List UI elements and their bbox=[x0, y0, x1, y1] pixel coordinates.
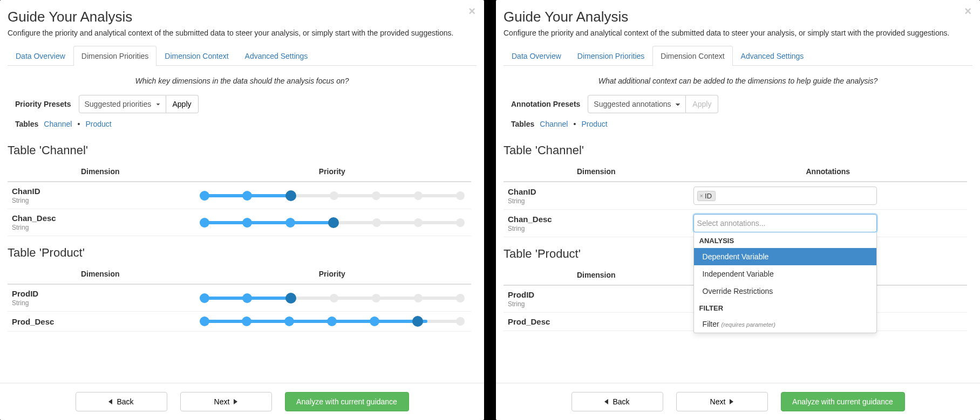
slider-tick[interactable] bbox=[372, 294, 380, 302]
preset-label: Priority Presets bbox=[15, 100, 71, 108]
chevron-left-icon bbox=[108, 399, 112, 404]
slider-tick[interactable] bbox=[200, 191, 209, 201]
dimension-type: String bbox=[508, 225, 685, 232]
slider-tick[interactable] bbox=[242, 191, 252, 201]
back-button[interactable]: Back bbox=[76, 392, 167, 411]
dimension-name: ProdID bbox=[508, 290, 685, 299]
slider-tick[interactable] bbox=[242, 293, 252, 303]
tab-bar: Data Overview Dimension Priorities Dimen… bbox=[503, 46, 972, 66]
priority-slider[interactable] bbox=[198, 293, 467, 304]
chevron-right-icon bbox=[730, 399, 733, 404]
back-button[interactable]: Back bbox=[571, 392, 663, 411]
preset-select[interactable]: Suggested annotations bbox=[588, 95, 686, 113]
table-section-title: Table 'Channel' bbox=[8, 143, 471, 157]
next-button[interactable]: Next bbox=[676, 392, 768, 411]
context-scroll[interactable]: Table 'Channel'DimensionAnnotationsChanI… bbox=[503, 134, 972, 383]
slider-tick[interactable] bbox=[370, 316, 379, 326]
remove-tag-icon[interactable]: × bbox=[700, 192, 703, 199]
dropdown-item-hint: (requires parameter) bbox=[722, 321, 775, 328]
slider-tick[interactable] bbox=[330, 191, 338, 200]
apply-button[interactable]: Apply bbox=[166, 95, 199, 113]
table-link-product[interactable]: Product bbox=[581, 120, 607, 128]
column-header: Priority bbox=[193, 162, 471, 182]
dropdown-item[interactable]: Override Restrictions bbox=[694, 283, 876, 300]
next-button[interactable]: Next bbox=[180, 392, 272, 411]
column-header: Annotations bbox=[689, 162, 967, 182]
table-link-channel[interactable]: Channel bbox=[44, 120, 72, 128]
dimension-name: ChanID bbox=[508, 187, 685, 196]
preset-label: Annotation Presets bbox=[511, 100, 580, 108]
slider-tick[interactable] bbox=[285, 218, 295, 228]
priority-scroll[interactable]: Table 'Channel'DimensionPriorityChanIDSt… bbox=[8, 134, 477, 383]
dimension-name: ChanID bbox=[12, 187, 189, 196]
slider-handle[interactable] bbox=[285, 190, 296, 201]
dropdown-item[interactable]: Dependent Variable bbox=[694, 248, 876, 265]
slider-tick[interactable] bbox=[456, 294, 465, 302]
dimension-type: String bbox=[12, 224, 189, 231]
tab-dimension-context[interactable]: Dimension Context bbox=[156, 46, 236, 66]
slider-tick[interactable] bbox=[456, 191, 465, 200]
table-link-product[interactable]: Product bbox=[85, 120, 111, 128]
slider-tick[interactable] bbox=[327, 316, 337, 326]
slider-tick[interactable] bbox=[200, 218, 209, 228]
slider-tick[interactable] bbox=[372, 218, 381, 227]
panel-context: × Guide Your Analysis Configure the prio… bbox=[496, 0, 980, 420]
analyze-button[interactable]: Analyze with current guidance bbox=[781, 392, 905, 411]
tab-data-overview[interactable]: Data Overview bbox=[8, 46, 73, 66]
table-link-channel[interactable]: Channel bbox=[540, 120, 568, 128]
slider-handle[interactable] bbox=[412, 316, 423, 327]
slider-tick[interactable] bbox=[200, 293, 209, 303]
analyze-button[interactable]: Analyze with current guidance bbox=[285, 392, 409, 411]
annotation-input[interactable]: Select annotations... bbox=[693, 214, 877, 232]
slider-tick[interactable] bbox=[372, 191, 380, 200]
tab-data-overview[interactable]: Data Overview bbox=[503, 46, 569, 66]
dropdown-item[interactable]: Filter (requires parameter) bbox=[694, 315, 876, 333]
slider-tick[interactable] bbox=[242, 316, 251, 326]
priority-slider[interactable] bbox=[198, 217, 467, 228]
table-row: ChanIDString bbox=[8, 182, 471, 209]
preset-select[interactable]: Suggested priorities bbox=[79, 95, 166, 113]
priority-slider[interactable] bbox=[198, 316, 467, 327]
tab-advanced-settings[interactable]: Advanced Settings bbox=[733, 46, 812, 66]
table-row: Prod_Desc bbox=[8, 312, 471, 332]
chevron-left-icon bbox=[604, 399, 608, 404]
slider-tick[interactable] bbox=[414, 294, 423, 302]
tab-dimension-context[interactable]: Dimension Context bbox=[652, 46, 732, 66]
table-section-title: Table 'Channel' bbox=[503, 143, 967, 157]
slider-tick[interactable] bbox=[242, 218, 252, 228]
column-header: Dimension bbox=[503, 162, 689, 182]
page-title: Guide Your Analysis bbox=[8, 9, 477, 25]
page-subtitle: Configure the priority and analytical co… bbox=[503, 29, 972, 37]
table-section-title: Table 'Product' bbox=[8, 246, 471, 260]
annotation-input[interactable]: ×ID bbox=[693, 187, 877, 205]
dimension-type: String bbox=[12, 197, 189, 204]
slider-tick[interactable] bbox=[456, 218, 465, 227]
close-icon[interactable]: × bbox=[468, 5, 475, 17]
slider-tick[interactable] bbox=[284, 316, 294, 326]
apply-button[interactable]: Apply bbox=[686, 95, 718, 113]
dropdown-group-label: ANALYSIS bbox=[694, 232, 876, 248]
slider-handle[interactable] bbox=[328, 217, 339, 228]
dropdown-item[interactable]: Independent Variable bbox=[694, 265, 876, 283]
tab-dimension-priorities[interactable]: Dimension Priorities bbox=[73, 46, 156, 66]
tables-label: Tables bbox=[15, 120, 38, 128]
column-header: Priority bbox=[193, 264, 471, 284]
tab-prompt: What additional context can be added to … bbox=[503, 77, 972, 85]
slider-tick[interactable] bbox=[414, 218, 423, 227]
annotation-dropdown[interactable]: ANALYSISDependent Variable Independent V… bbox=[693, 232, 877, 333]
close-icon[interactable]: × bbox=[964, 5, 971, 17]
tab-dimension-priorities[interactable]: Dimension Priorities bbox=[569, 46, 652, 66]
annotation-tag[interactable]: ×ID bbox=[697, 191, 716, 201]
priority-slider[interactable] bbox=[198, 190, 467, 201]
dimension-type: String bbox=[508, 197, 685, 205]
slider-handle[interactable] bbox=[285, 293, 296, 304]
column-header: Dimension bbox=[503, 265, 689, 285]
tab-advanced-settings[interactable]: Advanced Settings bbox=[237, 46, 316, 66]
slider-tick[interactable] bbox=[414, 191, 423, 200]
table-row: Chan_DescString bbox=[8, 209, 471, 236]
slider-tick[interactable] bbox=[456, 317, 465, 326]
tab-prompt: Which key dimensions in the data should … bbox=[8, 77, 477, 85]
slider-tick[interactable] bbox=[200, 316, 209, 326]
dimension-name: Prod_Desc bbox=[12, 317, 189, 326]
slider-tick[interactable] bbox=[330, 294, 338, 302]
